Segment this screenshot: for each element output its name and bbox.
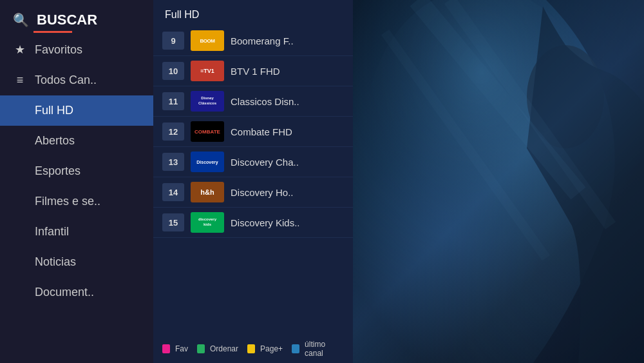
sidebar-item-esportes[interactable]: Esportes xyxy=(0,156,153,186)
channel-logo: h&h xyxy=(191,182,224,202)
star-icon: ★ xyxy=(13,43,27,57)
channel-name: BTV 1 FHD xyxy=(231,66,280,77)
channel-name: Boomerang F.. xyxy=(231,35,294,46)
sidebar: 🔍 BUSCAR ★ Favoritos ≡ Todos Can.. Full … xyxy=(0,0,153,363)
channel-row[interactable]: 12 COMBATE Combate FHD xyxy=(153,117,353,147)
channel-name: Discovery Kids.. xyxy=(231,217,300,228)
legend-fav-label: Fav xyxy=(175,344,188,353)
channel-panel-title: Full HD xyxy=(153,0,353,26)
discovery-logo: Discovery xyxy=(191,152,224,172)
sidebar-item-label: Esportes xyxy=(35,164,80,178)
search-underline xyxy=(33,31,72,33)
sidebar-item-filmes[interactable]: Filmes e se.. xyxy=(0,186,153,217)
channel-number: 10 xyxy=(162,62,184,80)
sidebar-item-full-hd[interactable]: Full HD xyxy=(0,95,153,126)
disney-logo: Disney Clássicos xyxy=(191,91,224,112)
sidebar-item-label: Document.. xyxy=(35,286,94,299)
sidebar-item-document[interactable]: Document.. xyxy=(0,277,153,308)
sidebar-item-label: Infantil xyxy=(35,225,69,239)
channel-row[interactable]: 11 Disney Clássicos Classicos Disn.. xyxy=(153,86,353,117)
preview-background xyxy=(353,0,644,363)
legend-ultimo-dot xyxy=(292,344,299,353)
channel-logo: COMBATE xyxy=(191,121,224,142)
channel-name: Combate FHD xyxy=(231,126,292,137)
search-label: BUSCAR xyxy=(37,12,97,28)
list-icon: ≡ xyxy=(13,74,27,87)
channel-panel: Full HD 9 BOOM Boomerang F.. 10 ≡TV1 BTV… xyxy=(153,0,353,363)
channel-number: 13 xyxy=(162,153,184,171)
channel-number: 11 xyxy=(162,92,184,110)
sidebar-item-label: Abertos xyxy=(35,134,75,148)
legend-ultimo-label: último canal xyxy=(305,340,340,358)
boomerang-logo: BOOM xyxy=(191,30,224,51)
sidebar-item-label: Favoritos xyxy=(35,43,82,57)
channel-number: 14 xyxy=(162,183,184,201)
channel-logo: ≡TV1 xyxy=(191,61,224,81)
legend-ordenar-label: Ordenar xyxy=(210,344,238,353)
sidebar-item-label: Filmes e se.. xyxy=(35,195,100,208)
sidebar-item-infantil[interactable]: Infantil xyxy=(0,217,153,247)
channel-name: Discovery Ho.. xyxy=(231,187,294,198)
channel-row[interactable]: 9 BOOM Boomerang F.. xyxy=(153,26,353,56)
sidebar-item-label: Full HD xyxy=(35,104,73,117)
legend-page-dot xyxy=(247,344,255,353)
channel-name: Classicos Disn.. xyxy=(231,96,299,107)
legend-fav-dot xyxy=(162,344,170,353)
channel-name: Discovery Cha.. xyxy=(231,157,299,168)
legend-page-label: Page+ xyxy=(260,344,283,353)
preview-silhouette xyxy=(353,0,644,363)
channel-number: 15 xyxy=(162,213,184,231)
dkids-logo: discovery kids xyxy=(191,212,224,233)
channel-row[interactable]: 10 ≡TV1 BTV 1 FHD xyxy=(153,56,353,86)
channel-logo: Disney Clássicos xyxy=(191,91,224,112)
sidebar-item-favoritos[interactable]: ★ Favoritos xyxy=(0,34,153,65)
combate-logo: COMBATE xyxy=(191,121,224,142)
channel-logo: discovery kids xyxy=(191,212,224,233)
channel-logo: Discovery xyxy=(191,152,224,172)
channel-number: 12 xyxy=(162,123,184,141)
channel-logo: BOOM xyxy=(191,30,224,51)
sidebar-item-label: Noticias xyxy=(35,255,76,269)
hh-logo: h&h xyxy=(191,182,224,202)
search-button[interactable]: 🔍 BUSCAR xyxy=(0,0,153,35)
btv-logo: ≡TV1 xyxy=(191,61,224,81)
sidebar-item-label: Todos Can.. xyxy=(35,74,97,87)
preview-area xyxy=(353,0,644,363)
channel-list: 9 BOOM Boomerang F.. 10 ≡TV1 BTV 1 FHD 1… xyxy=(153,26,353,335)
sidebar-item-todos-canais[interactable]: ≡ Todos Can.. xyxy=(0,65,153,95)
search-icon: 🔍 xyxy=(13,12,29,28)
channel-footer: Fav Ordenar Page+ último canal xyxy=(153,335,353,363)
channel-row[interactable]: 13 Discovery Discovery Cha.. xyxy=(153,147,353,177)
sidebar-item-abertos[interactable]: Abertos xyxy=(0,126,153,156)
channel-row[interactable]: 14 h&h Discovery Ho.. xyxy=(153,177,353,208)
channel-number: 9 xyxy=(162,32,184,50)
legend-ordenar-dot xyxy=(197,344,205,353)
sidebar-item-noticias[interactable]: Noticias xyxy=(0,247,153,277)
channel-row[interactable]: 15 discovery kids Discovery Kids.. xyxy=(153,208,353,238)
